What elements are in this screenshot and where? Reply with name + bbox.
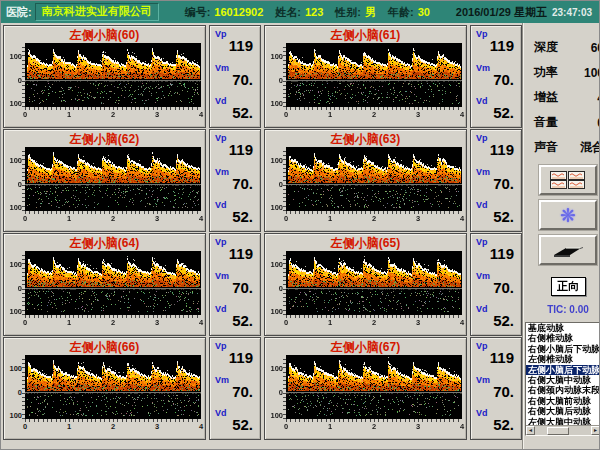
horizontal-scrollbar[interactable]: ◄ ►	[526, 425, 600, 435]
device-parameters: 深度 60功率 100增益 4音量 0声音 混合	[523, 35, 600, 160]
doppler-spectrum-canvas[interactable]	[25, 355, 201, 419]
probe-button[interactable]	[539, 235, 597, 265]
vp-group: Vp 119	[476, 133, 517, 157]
plot-area: 100 0 100	[6, 147, 205, 211]
artery-list-item[interactable]: 基底动脉	[526, 323, 600, 333]
waveform-grid: 左侧小脑(60) 100 0 100 01234 Vp 119 Vm 70. V…	[1, 23, 522, 450]
vd-group: Vd 52.	[215, 96, 256, 120]
vd-value: 52.	[215, 418, 256, 432]
vm-value: 70.	[215, 385, 256, 399]
doppler-spectrum-canvas[interactable]	[286, 147, 462, 211]
doppler-spectrum-canvas[interactable]	[25, 147, 201, 211]
x-tick-label: 2	[111, 110, 115, 119]
vm-group: Vm 70.	[476, 167, 517, 191]
artery-listbox[interactable]: 基底动脉右侧椎动脉右侧小脑后下动脉左侧椎动脉左侧小脑后下动脉右侧大脑中动脉右侧颈…	[525, 322, 600, 436]
y-axis-ticks	[283, 359, 286, 419]
y-tick-label: 100	[270, 307, 283, 316]
x-tick-label: 0	[284, 318, 288, 327]
artery-list-item[interactable]: 右侧大脑中动脉	[526, 375, 600, 385]
direction-forward-button[interactable]: 正向	[551, 277, 586, 296]
plot-area: 100 0 100	[267, 43, 466, 107]
parameter-row: 声音 混合	[534, 135, 600, 160]
waveform-panel: 左侧小脑(65) 100 0 100 01234	[264, 233, 467, 336]
parameter-row: 音量 0	[534, 110, 600, 135]
artery-list-item[interactable]: 左侧椎动脉	[526, 354, 600, 364]
waveform-panel: 左侧小脑(60) 100 0 100 01234	[3, 25, 206, 128]
quad-display-icon	[548, 169, 588, 191]
parameter-row: 增益 4	[534, 85, 600, 110]
panel-title: 左侧小脑(60)	[4, 27, 205, 43]
control-sidebar: 深度 60功率 100增益 4音量 0声音 混合	[522, 23, 600, 450]
doppler-spectrum-canvas[interactable]	[286, 355, 462, 419]
x-tick-label: 2	[372, 110, 376, 119]
patient-name-value: 123	[305, 6, 323, 18]
parameter-row: 深度 60	[534, 35, 600, 60]
patient-info-bar: 医院: 南京科进实业有限公司 编号: 16012902 姓名: 123 性别: …	[1, 1, 599, 23]
x-tick-label: 4	[199, 422, 203, 431]
velocity-readout: Vp 119 Vm 70. Vd 52.	[470, 337, 522, 440]
y-axis: 100 0 100	[6, 43, 25, 107]
tic-readout: TIC: 0.00	[523, 304, 600, 315]
scroll-right-icon[interactable]: ►	[591, 426, 600, 435]
plot-area: 100 0 100	[267, 251, 466, 315]
vd-value: 52.	[476, 418, 517, 432]
artery-list-item[interactable]: 右侧颈内动脉末段	[526, 385, 600, 395]
vm-value: 70.	[215, 177, 256, 191]
patient-name-label: 姓名:	[275, 5, 301, 20]
parameter-value: 60	[591, 41, 600, 55]
waveform-panel: 左侧小脑(63) 100 0 100 01234	[264, 129, 467, 232]
vd-value: 52.	[215, 106, 256, 120]
panel-title: 左侧小脑(67)	[265, 339, 466, 355]
waveform-panel: 左侧小脑(66) 100 0 100 01234	[3, 337, 206, 440]
scroll-left-icon[interactable]: ◄	[526, 426, 535, 435]
vp-value: 119	[215, 143, 256, 157]
velocity-readout: Vp 119 Vm 70. Vd 52.	[470, 233, 522, 336]
x-tick-label: 0	[23, 318, 27, 327]
age-value: 30	[418, 6, 430, 18]
artery-list-item[interactable]: 右侧椎动脉	[526, 333, 600, 343]
horizontal-scroll-thumb[interactable]	[547, 427, 569, 435]
vp-value: 119	[215, 247, 256, 261]
vm-group: Vm 70.	[215, 167, 256, 191]
velocity-readout: Vp 119 Vm 70. Vd 52.	[209, 337, 261, 440]
velocity-readout: Vp 119 Vm 70. Vd 52.	[209, 25, 261, 128]
y-axis: 100 0 100	[267, 251, 286, 315]
parameter-label: 功率	[534, 64, 558, 81]
vm-group: Vm 70.	[215, 63, 256, 87]
vp-group: Vp 119	[476, 341, 517, 365]
doppler-spectrum-canvas[interactable]	[286, 251, 462, 315]
artery-list-item[interactable]: 右侧大脑后动脉	[526, 406, 600, 416]
vd-value: 52.	[215, 210, 256, 224]
x-tick-label: 3	[155, 318, 159, 327]
doppler-spectrum-canvas[interactable]	[25, 251, 201, 315]
x-tick-label: 3	[416, 214, 420, 223]
y-axis: 100 0 100	[267, 147, 286, 211]
x-axis: 01234	[25, 110, 201, 121]
y-tick-label: 100	[9, 156, 22, 165]
gender-label: 性别:	[335, 5, 361, 20]
vp-value: 119	[476, 351, 517, 365]
doppler-spectrum-canvas[interactable]	[286, 43, 462, 107]
artery-list: 基底动脉右侧椎动脉右侧小脑后下动脉左侧椎动脉左侧小脑后下动脉右侧大脑中动脉右侧颈…	[526, 323, 600, 426]
plot-area: 100 0 100	[6, 355, 205, 419]
display-layout-button[interactable]	[539, 165, 597, 195]
x-tick-label: 2	[111, 318, 115, 327]
y-tick-label: 100	[9, 203, 22, 212]
x-tick-label: 3	[416, 110, 420, 119]
x-tick-label: 3	[155, 110, 159, 119]
freeze-button[interactable]: ❋	[539, 200, 597, 230]
artery-list-item[interactable]: 右侧大脑前动脉	[526, 396, 600, 406]
date-display: 2016/01/29 星期五	[456, 5, 547, 20]
vp-group: Vp 119	[215, 133, 256, 157]
plot-area: 100 0 100	[267, 355, 466, 419]
artery-list-item[interactable]: 右侧小脑后下动脉	[526, 344, 600, 354]
doppler-spectrum-canvas[interactable]	[25, 43, 201, 107]
snowflake-icon: ❋	[560, 206, 576, 225]
vp-value: 119	[476, 143, 517, 157]
artery-list-item[interactable]: 左侧小脑后下动脉	[526, 365, 600, 375]
y-axis: 100 0 100	[267, 43, 286, 107]
y-axis: 100 0 100	[267, 355, 286, 419]
velocity-readout: Vp 119 Vm 70. Vd 52.	[470, 129, 522, 232]
y-axis-ticks	[22, 359, 25, 419]
y-axis-ticks	[283, 151, 286, 211]
